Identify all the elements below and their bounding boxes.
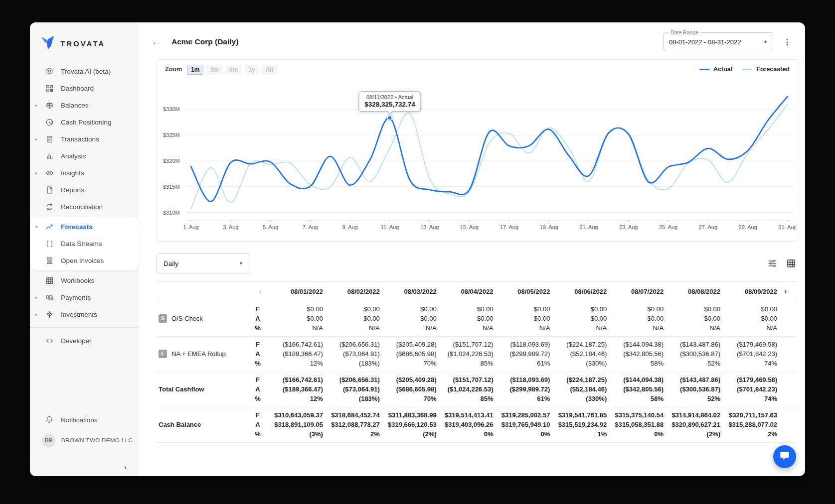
chat-launcher-button[interactable] <box>773 445 796 468</box>
legend-swatch <box>742 69 752 70</box>
table-cell: ($206,656.31)($73,064.91)(183%) <box>328 372 385 407</box>
table-cell: ($118,093.69)($299,989.72)61% <box>499 372 555 407</box>
sidebar-collapse-button[interactable]: ‹ <box>30 457 139 476</box>
zoom-1m-button[interactable]: 1m <box>187 65 203 75</box>
sidebar-item-label: Dashboard <box>61 85 94 92</box>
legend-item-actual[interactable]: Actual <box>699 66 732 73</box>
sidebar-item-trovata-ai-beta[interactable]: Trovata AI (beta) <box>30 63 139 80</box>
sidebar-item-forecasts[interactable]: ▾Forecasts <box>30 218 139 235</box>
brand-row[interactable]: TROVATA <box>30 22 139 62</box>
chevron-right-icon: ▸ <box>35 137 37 141</box>
svg-text:$315M: $315M <box>163 184 180 190</box>
reports-icon <box>45 185 54 194</box>
svg-text:3. Aug: 3. Aug <box>223 224 238 230</box>
sidebar-item-balances[interactable]: ▸Balances <box>30 97 139 114</box>
tooltip-title: 08/11/2022 • Actual <box>364 94 415 100</box>
sidebar-item-open-invoices[interactable]: Open Invoices <box>30 252 139 269</box>
account-menu[interactable]: BR BROWN TWO DEMO LLC <box>30 429 139 452</box>
svg-text:29. Aug: 29. Aug <box>739 224 757 230</box>
sidebar-item-data-streams[interactable]: Data Streams <box>30 235 139 252</box>
sidebar-item-insights[interactable]: ▸Insights <box>30 164 139 181</box>
svg-text:$320M: $320M <box>163 158 180 164</box>
prev-columns-chevron[interactable]: ‹ <box>257 287 263 296</box>
date-range-select[interactable]: Date Range 08-01-2022 - 08-31-2022 ▼ <box>664 32 773 51</box>
table-cell: $0.00$0.00N/A <box>555 301 612 337</box>
period-select-value: Daily <box>164 260 178 267</box>
sidebar-item-payments[interactable]: ▸Payments <box>30 289 139 306</box>
zoom-6m-button[interactable]: 6m <box>225 65 242 75</box>
table-cell: $310,643,059.37$318,891,109.05(3%) <box>271 407 328 443</box>
table-row-o-s-check: SO/S CheckFA%$0.00$0.00N/A$0.00$0.00N/A$… <box>157 301 796 337</box>
forecasts-group: ▾ForecastsData StreamsOpen Invoices <box>30 217 139 270</box>
sidebar-item-workbooks[interactable]: Workbooks <box>30 272 139 289</box>
transactions-icon <box>45 134 54 143</box>
sidebar-item-transactions[interactable]: ▸Transactions <box>30 130 139 147</box>
sidebar-item-reports[interactable]: Reports <box>30 181 139 198</box>
column-header-date: 08/09/2022 <box>725 282 782 301</box>
table-row-na-emea-rollup: FNA + EMEA RollupFA%($166,742.61)($189,3… <box>157 337 796 372</box>
more-options-button[interactable]: ⋮ <box>779 37 795 47</box>
period-select[interactable]: Daily ▼ <box>157 253 250 273</box>
svg-text:27. Aug: 27. Aug <box>699 224 717 230</box>
sub-row-keys-cell: FA% <box>249 301 271 337</box>
notifications-label: Notifications <box>61 416 98 424</box>
table-cell: ($143,487.86)($300,536.87)52% <box>668 372 725 407</box>
svg-text:23. Aug: 23. Aug <box>619 224 638 230</box>
table-cell: $319,541,761.85$315,519,234.921% <box>555 407 612 443</box>
sidebar-nav: Trovata AI (beta)Dashboard▸BalancesCash … <box>30 62 139 349</box>
table-cell: ($205,409.28)($686,605.98)70% <box>385 372 442 407</box>
brand-name: TROVATA <box>60 39 105 48</box>
sidebar-item-investments[interactable]: ▸Investments <box>30 306 139 323</box>
trovata-logo-icon <box>41 35 54 52</box>
sidebar-item-cash-positioning[interactable]: Cash Positioning <box>30 114 139 130</box>
sidebar-item-label: Data Streams <box>61 240 102 248</box>
sidebar-item-reconciliation[interactable]: Reconciliation <box>30 198 139 215</box>
legend-item-forecasted[interactable]: Forecasted <box>742 66 790 73</box>
back-button[interactable]: ← <box>152 36 166 47</box>
sub-row-keys-cell: FA% <box>249 337 271 372</box>
sub-row-keys-cell: FA% <box>249 372 271 407</box>
chart-plot-area[interactable]: $310M$315M$320M$325M$330M1. Aug3. Aug5. … <box>157 74 798 241</box>
sidebar-item-label: Payments <box>61 294 91 301</box>
sidebar-item-label: Insights <box>61 169 84 177</box>
row-label-cell: FNA + EMEA Rollup <box>157 337 249 372</box>
table-cell: $0.00$0.00N/A <box>612 301 668 337</box>
sidebar-item-dashboard[interactable]: Dashboard <box>30 80 139 97</box>
table-cell: $319,514,413.41$319,403,096.260% <box>442 407 499 443</box>
svg-text:17. Aug: 17. Aug <box>500 224 518 230</box>
legend-label: Actual <box>713 66 732 73</box>
row-label-cell: SO/S Check <box>157 301 249 337</box>
table-cell: $318,684,452.74$312,088,778.272% <box>328 407 385 443</box>
svg-text:11. Aug: 11. Aug <box>381 224 399 230</box>
sidebar-item-analysis[interactable]: Analysis <box>30 147 139 164</box>
zoom-3m-button[interactable]: 3m <box>206 65 222 75</box>
filter-settings-icon[interactable] <box>767 258 777 268</box>
sidebar-item-label: Analysis <box>61 152 86 160</box>
notifications-button[interactable]: Notifications <box>30 411 139 429</box>
table-cell: ($205,409.28)($686,605.98)70% <box>385 337 442 372</box>
row-label: O/S Check <box>171 315 203 322</box>
line-chart[interactable]: $310M$315M$320M$325M$330M1. Aug3. Aug5. … <box>159 74 796 238</box>
row-label-cell: Cash Balance <box>157 407 249 443</box>
column-header-date: 08/06/2022 <box>555 282 612 301</box>
investments-icon <box>45 310 54 319</box>
svg-text:9. Aug: 9. Aug <box>342 224 358 230</box>
table-view-icon[interactable] <box>786 258 796 268</box>
bell-icon <box>45 415 54 424</box>
table-cell: $311,883,368.99$319,666,120.53(2%) <box>385 407 442 443</box>
next-columns-chevron[interactable]: › <box>782 287 789 296</box>
svg-text:31. Aug: 31. Aug <box>778 224 796 230</box>
chevron-right-icon: ▸ <box>35 103 37 108</box>
table-cell: ($224,187.25)($52,184.46)(330%) <box>555 372 612 407</box>
zoom-all-button[interactable]: All <box>261 65 277 75</box>
svg-text:21. Aug: 21. Aug <box>579 224 598 230</box>
column-header-date: 08/03/2022 <box>385 282 442 301</box>
table-row-cash-balance: Cash BalanceFA%$310,643,059.37$318,891,1… <box>157 407 796 443</box>
svg-text:19. Aug: 19. Aug <box>540 224 558 230</box>
cash-positioning-icon <box>45 118 54 126</box>
zoom-1y-button[interactable]: 1y <box>244 65 259 75</box>
chevron-right-icon: ▸ <box>35 312 37 317</box>
sidebar-item-developer[interactable]: Developer <box>30 332 139 349</box>
table-cell: $0.00$0.00N/A <box>668 301 725 337</box>
forecast-table: ‹08/01/202208/02/202208/03/202208/04/202… <box>157 281 796 443</box>
